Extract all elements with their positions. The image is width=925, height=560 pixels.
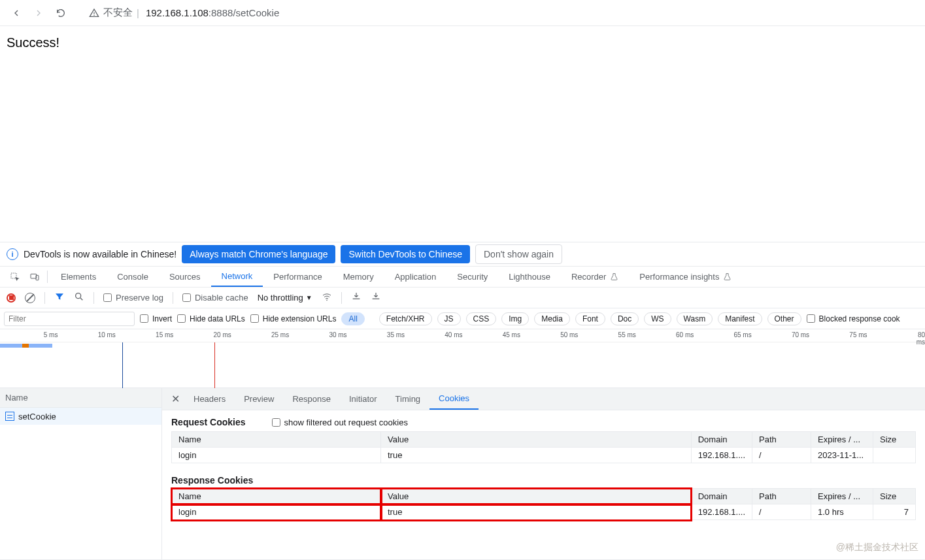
col-size[interactable]: Size [873,489,916,504]
watermark: @稀土掘金技术社区 [836,542,918,553]
col-path[interactable]: Path [752,432,811,448]
col-expires[interactable]: Expires / ... [811,432,873,448]
request-cookies-table: Name Value Domain Path Expires / ... Siz… [171,431,916,463]
tab-application[interactable]: Application [384,267,447,287]
chip-wasm[interactable]: Wasm [677,312,713,325]
search-icon[interactable] [74,291,84,304]
insecure-indicator: 不安全 | [89,7,139,19]
request-row[interactable]: setCookie [0,408,161,425]
browser-toolbar: 不安全 | 192.168.1.108:8888/setCookie [0,0,925,26]
hide-extension-urls-checkbox[interactable]: Hide extension URLs [250,314,337,323]
match-language-button[interactable]: Always match Chrome's language [182,245,335,263]
table-row[interactable]: login true 192.168.1.... / 2023-11-1... [172,448,916,463]
export-har-icon[interactable] [371,291,381,304]
tab-sources[interactable]: Sources [159,267,211,287]
filter-toggle-icon[interactable] [54,291,65,304]
svg-rect-3 [31,274,37,278]
warning-icon [89,8,99,18]
flask-icon [610,272,618,281]
request-list: Name setCookie [0,388,162,559]
chip-media[interactable]: Media [534,312,570,325]
request-detail-pane: ✕ Headers Preview Response Initiator Tim… [162,388,925,559]
device-toolbar-icon[interactable] [25,267,44,287]
tab-security[interactable]: Security [446,267,498,287]
disable-cache-checkbox[interactable]: Disable cache [182,293,248,303]
detail-tabs: ✕ Headers Preview Response Initiator Tim… [162,388,925,410]
close-detail-button[interactable]: ✕ [166,388,184,410]
insecure-label: 不安全 [103,7,133,19]
dtab-preview[interactable]: Preview [235,388,283,410]
response-cookies-table: Name Value Domain Path Expires / ... Siz… [171,488,916,520]
dtab-headers[interactable]: Headers [184,388,235,410]
flask-icon [723,272,732,281]
chip-img[interactable]: Img [501,312,529,325]
clear-button[interactable] [25,293,35,303]
col-name[interactable]: Name [172,489,381,504]
tab-performance[interactable]: Performance [263,267,332,287]
svg-rect-0 [93,12,94,14]
col-value[interactable]: Value [381,489,692,504]
chip-all[interactable]: All [341,312,364,325]
devtools: i DevTools is now available in Chinese! … [0,242,925,560]
tab-console[interactable]: Console [107,267,159,287]
request-cookies-heading: Request Cookies [171,417,246,427]
svg-rect-1 [93,14,94,15]
record-button[interactable] [7,293,16,303]
dtab-cookies[interactable]: Cookies [429,388,479,410]
back-button[interactable] [5,2,27,24]
show-filtered-checkbox[interactable]: show filtered out request cookies [272,418,408,427]
dismiss-infobar-button[interactable]: Don't show again [475,244,562,264]
dtab-initiator[interactable]: Initiator [340,388,386,410]
table-header-row: Name Value Domain Path Expires / ... Siz… [172,432,916,448]
address-bar[interactable]: 不安全 | 192.168.1.108:8888/setCookie [77,3,920,23]
network-conditions-icon[interactable] [322,291,332,304]
request-list-header[interactable]: Name [0,388,161,408]
infobar-message: DevTools is now available in Chinese! [24,249,177,259]
col-expires[interactable]: Expires / ... [811,489,873,504]
inspect-element-icon[interactable] [5,267,25,287]
blocked-response-checkbox[interactable]: Blocked response cook [807,314,900,323]
chip-manifest[interactable]: Manifest [718,312,762,325]
col-domain[interactable]: Domain [691,432,752,448]
col-domain[interactable]: Domain [691,489,752,504]
col-size[interactable]: Size [873,432,916,448]
col-name[interactable]: Name [172,432,381,448]
import-har-icon[interactable] [351,291,362,304]
forward-button[interactable] [27,2,50,24]
dtab-timing[interactable]: Timing [386,388,430,410]
request-name: setCookie [18,412,56,421]
chip-other[interactable]: Other [767,312,801,325]
chip-font[interactable]: Font [575,312,605,325]
switch-language-button[interactable]: Switch DevTools to Chinese [341,245,470,263]
network-timeline[interactable]: 5 ms10 ms15 ms20 ms25 ms30 ms35 ms40 ms4… [0,329,925,388]
response-cookies-heading: Response Cookies [171,475,916,486]
chip-js[interactable]: JS [437,312,461,325]
dtab-response[interactable]: Response [283,388,340,410]
devtools-locale-infobar: i DevTools is now available in Chinese! … [0,242,925,267]
invert-checkbox[interactable]: Invert [140,314,172,323]
chip-doc[interactable]: Doc [611,312,639,325]
tab-recorder[interactable]: Recorder [561,267,629,287]
tab-lighthouse[interactable]: Lighthouse [498,267,561,287]
reload-button[interactable] [50,2,72,24]
tab-performance-insights[interactable]: Performance insights [629,267,742,287]
hide-data-urls-checkbox[interactable]: Hide data URLs [177,314,245,323]
svg-point-5 [76,293,81,299]
col-value[interactable]: Value [381,432,692,448]
network-toolbar: Preserve log Disable cache No throttling… [0,288,925,308]
table-row[interactable]: login true 192.168.1.... / 1.0 hrs 7 [172,504,916,520]
throttling-select[interactable]: No throttling▼ [258,293,312,303]
col-path[interactable]: Path [752,489,811,504]
preserve-log-checkbox[interactable]: Preserve log [103,293,163,303]
chip-css[interactable]: CSS [466,312,497,325]
tab-elements[interactable]: Elements [50,267,107,287]
svg-point-6 [326,300,328,301]
chip-ws[interactable]: WS [644,312,671,325]
chip-fetchxhr[interactable]: Fetch/XHR [379,312,432,325]
table-header-row: Name Value Domain Path Expires / ... Siz… [172,489,916,504]
document-icon [5,412,14,421]
tab-network[interactable]: Network [211,267,263,287]
filter-input[interactable] [4,312,135,326]
devtools-panel-tabs: Elements Console Sources Network Perform… [0,267,925,288]
tab-memory[interactable]: Memory [333,267,384,287]
